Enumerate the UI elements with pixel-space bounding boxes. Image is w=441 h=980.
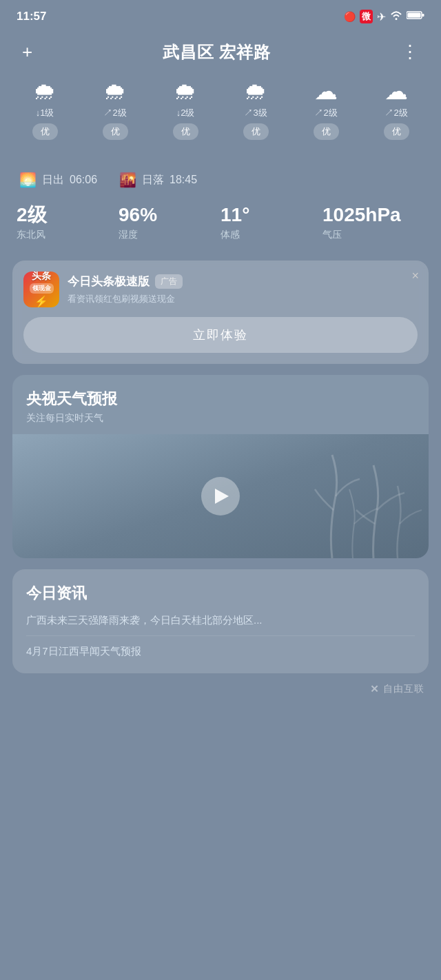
svg-rect-1: [422, 14, 424, 17]
wind-level-0: ↓1级: [36, 107, 54, 119]
weather-icon-1: 🌧: [103, 79, 127, 103]
video-card-title: 央视天气预报: [26, 389, 415, 409]
watermark-text: 自由互联: [383, 683, 424, 695]
air-badge-5: 优: [384, 123, 409, 140]
air-badge-2: 优: [173, 123, 198, 140]
sunrise-icon: 🌅: [19, 172, 37, 188]
stat-wind-label: 东北风: [17, 229, 119, 241]
ad-app-desc: 看资讯领红包刷视频送现金: [68, 294, 175, 304]
ad-badge: 广告: [155, 274, 183, 289]
top-bar: + 武昌区 宏祥路 ⋮: [0, 29, 441, 72]
stats-row: 2级 东北风 96% 湿度 11° 体感 1025hPa 气压: [0, 195, 441, 248]
more-menu-button[interactable]: ⋮: [398, 39, 422, 65]
wind-level-3: ↗3级: [244, 107, 267, 119]
status-bar: 11:57 🔴 微 ✈: [0, 0, 441, 29]
weather-icon-2: 🌧: [174, 79, 197, 103]
stat-humidity-label: 湿度: [119, 229, 220, 241]
ad-app-icon: 头条 领现金 ⚡: [23, 272, 59, 307]
bottom-watermark: ✕ 自由互联: [0, 673, 441, 705]
page-title: 武昌区 宏祥路: [163, 41, 271, 63]
airplane-icon: ✈: [377, 10, 386, 23]
play-icon: [215, 489, 229, 504]
ad-icon-lightning: ⚡: [34, 295, 48, 307]
add-location-button[interactable]: +: [19, 39, 35, 65]
stat-humidity: 96% 湿度: [119, 205, 220, 241]
wind-level-4: ↗2级: [314, 107, 337, 119]
news-item-text-0: 广西未来三天强降雨来袭，今日白天桂北部分地区...: [26, 614, 263, 626]
news-item-text-1: 4月7日江西早闻天气预报: [26, 645, 141, 657]
stat-wind: 2级 东北风: [17, 205, 119, 241]
forecast-item-1: 🌧 ↗2级 优: [81, 79, 149, 140]
forecast-item-3: 🌧 ↗3级 优: [222, 79, 289, 140]
video-thumbnail[interactable]: [12, 434, 429, 558]
stat-pressure-value: 1025hPa: [322, 205, 424, 226]
status-time: 11:57: [17, 10, 46, 23]
play-button[interactable]: [201, 477, 240, 515]
air-badge-3: 优: [243, 123, 269, 140]
ad-app-title-area: 今日头条极速版 广告 看资讯领红包刷视频送现金: [68, 274, 418, 305]
weibo-icon: 微: [360, 10, 373, 23]
air-badge-4: 优: [314, 123, 339, 140]
sunrise-label: 日出: [42, 173, 64, 187]
forecast-row: 🌧 ↓1级 优 🌧 ↗2级 优 🌧 ↓2级 优 🌧 ↗3级 优 ☁ ↗2级 优 …: [0, 72, 441, 140]
notification-icon: 🔴: [344, 11, 356, 22]
news-item-1[interactable]: 4月7日江西早闻天气预报: [26, 643, 415, 660]
air-badge-1: 优: [103, 123, 128, 140]
news-card: 今日资讯 广西未来三天强降雨来袭，今日白天桂北部分地区... 4月7日江西早闻天…: [12, 569, 429, 673]
video-card-content: 央视天气预报 关注每日实时天气: [12, 375, 429, 425]
stat-pressure: 1025hPa 气压: [322, 205, 424, 241]
wind-level-1: ↗2级: [103, 107, 126, 119]
ad-close-button[interactable]: ×: [411, 269, 419, 283]
video-card-subtitle: 关注每日实时天气: [26, 412, 415, 425]
forecast-item-2: 🌧 ↓2级 优: [152, 79, 219, 140]
video-card: 央视天气预报 关注每日实时天气: [12, 375, 429, 558]
battery-icon: [407, 10, 424, 23]
news-item-0[interactable]: 广西未来三天强降雨来袭，今日白天桂北部分地区...: [26, 612, 415, 636]
ad-icon-text1: 头条: [32, 272, 51, 283]
wind-level-5: ↗2级: [384, 107, 407, 119]
ad-cta-button[interactable]: 立即体验: [23, 317, 418, 353]
status-icons: 🔴 微 ✈: [344, 10, 424, 23]
air-badge-0: 优: [32, 123, 58, 140]
ad-card-header: 头条 领现金 ⚡ 今日头条极速版 广告 看资讯领红包刷视频送现金: [23, 272, 418, 307]
weather-icon-4: ☁: [314, 79, 338, 103]
stat-feels-value: 11°: [220, 205, 322, 226]
weather-icon-3: 🌧: [244, 79, 267, 103]
weather-icon-0: 🌧: [33, 79, 57, 103]
stat-feels-label: 体感: [220, 229, 322, 241]
wifi-icon: [390, 10, 402, 23]
news-card-title: 今日资讯: [26, 583, 415, 604]
sunset-label: 日落: [142, 173, 164, 187]
plant-decoration: [291, 441, 429, 558]
ad-card: × 头条 领现金 ⚡ 今日头条极速版 广告 看资讯领红包刷视频送现金 立即体验: [12, 261, 429, 364]
forecast-item-0: 🌧 ↓1级 优: [11, 79, 79, 140]
wind-level-2: ↓2级: [176, 107, 195, 119]
sunrise-info: 🌅 日出 06:06: [19, 172, 97, 188]
watermark-x-icon: ✕: [370, 683, 379, 695]
ad-icon-text2: 领现金: [30, 283, 54, 294]
sun-info: 🌅 日出 06:06 🌇 日落 18:45: [0, 156, 441, 195]
ad-app-name-row: 今日头条极速版 广告: [68, 274, 418, 289]
sunset-info: 🌇 日落 18:45: [119, 172, 197, 188]
stat-humidity-value: 96%: [119, 205, 220, 226]
sunset-icon: 🌇: [119, 172, 136, 188]
forecast-item-4: ☁ ↗2级 优: [292, 79, 360, 140]
stat-wind-value: 2级: [17, 205, 119, 226]
sunset-time: 18:45: [170, 174, 197, 186]
svg-rect-2: [408, 13, 421, 18]
stat-pressure-label: 气压: [322, 229, 424, 241]
stat-feels: 11° 体感: [220, 205, 322, 241]
ad-app-name: 今日头条极速版: [68, 274, 150, 289]
weather-icon-5: ☁: [384, 79, 408, 103]
forecast-item-5: ☁ ↗2级 优: [362, 79, 430, 140]
sunrise-time: 06:06: [70, 174, 97, 186]
